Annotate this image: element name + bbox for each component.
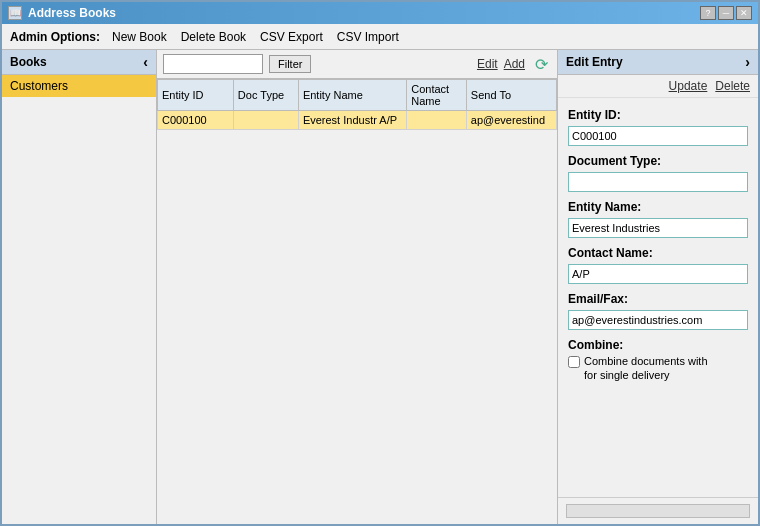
delete-link[interactable]: Delete bbox=[715, 79, 750, 93]
menu-new-book[interactable]: New Book bbox=[106, 28, 173, 46]
entity-name-label: Entity Name: bbox=[568, 200, 748, 214]
menu-csv-export[interactable]: CSV Export bbox=[254, 28, 329, 46]
sidebar-header: Books ‹ bbox=[2, 50, 156, 75]
table-row[interactable]: C000100 Everest Industr A/P ap@everestin… bbox=[158, 111, 557, 130]
email-fax-label: Email/Fax: bbox=[568, 292, 748, 306]
cell-contact-name bbox=[407, 111, 467, 130]
edit-panel: Edit Entry › Update Delete Entity ID: Do… bbox=[558, 50, 758, 524]
minimize-button[interactable]: ─ bbox=[718, 6, 734, 20]
main-content: Books ‹ Customers Filter Edit Add ⟳ bbox=[2, 50, 758, 524]
contact-name-label: Contact Name: bbox=[568, 246, 748, 260]
col-send-to: Send To bbox=[466, 80, 556, 111]
edit-footer bbox=[558, 497, 758, 524]
cell-entity-name: Everest Industr A/P bbox=[298, 111, 406, 130]
window-title: Address Books bbox=[28, 6, 116, 20]
menu-bar: Admin Options: New Book Delete Book CSV … bbox=[2, 24, 758, 50]
title-bar: 📖 Address Books ? ─ ✕ bbox=[2, 2, 758, 24]
list-toolbar: Filter Edit Add ⟳ bbox=[157, 50, 557, 79]
col-entity-name: Entity Name bbox=[298, 80, 406, 111]
cell-entity-id: C000100 bbox=[158, 111, 234, 130]
combine-row: Combine documents withfor single deliver… bbox=[568, 354, 748, 383]
refresh-icon[interactable]: ⟳ bbox=[531, 54, 551, 74]
combine-section: Combine: Combine documents withfor singl… bbox=[568, 338, 748, 383]
edit-panel-title: Edit Entry bbox=[566, 55, 623, 69]
help-button[interactable]: ? bbox=[700, 6, 716, 20]
cell-doc-type bbox=[233, 111, 298, 130]
filter-button[interactable]: Filter bbox=[269, 55, 311, 73]
sidebar-title: Books bbox=[10, 55, 47, 69]
contact-name-input[interactable] bbox=[568, 264, 748, 284]
edit-header: Edit Entry › bbox=[558, 50, 758, 75]
add-link[interactable]: Add bbox=[504, 57, 525, 71]
main-window: 📖 Address Books ? ─ ✕ Admin Options: New… bbox=[0, 0, 760, 526]
col-doc-type: Doc Type bbox=[233, 80, 298, 111]
col-entity-id: Entity ID bbox=[158, 80, 234, 111]
sidebar-collapse-button[interactable]: ‹ bbox=[143, 54, 148, 70]
edit-actions: Update Delete bbox=[558, 75, 758, 98]
edit-body: Entity ID: Document Type: Entity Name: C… bbox=[558, 98, 758, 497]
combine-label: Combine: bbox=[568, 338, 623, 352]
menu-delete-book[interactable]: Delete Book bbox=[175, 28, 252, 46]
sidebar: Books ‹ Customers bbox=[2, 50, 157, 524]
menu-label: Admin Options: bbox=[10, 30, 100, 44]
email-fax-input[interactable] bbox=[568, 310, 748, 330]
doc-type-input[interactable] bbox=[568, 172, 748, 192]
cell-send-to: ap@everestind bbox=[466, 111, 556, 130]
list-toolbar-right: Edit Add ⟳ bbox=[477, 54, 551, 74]
combine-text: Combine documents withfor single deliver… bbox=[584, 354, 708, 383]
window-icon: 📖 bbox=[8, 6, 22, 20]
entity-name-input[interactable] bbox=[568, 218, 748, 238]
entity-id-input[interactable] bbox=[568, 126, 748, 146]
edit-link[interactable]: Edit bbox=[477, 57, 498, 71]
close-button[interactable]: ✕ bbox=[736, 6, 752, 20]
col-contact-name: Contact Name bbox=[407, 80, 467, 111]
entity-table: Entity ID Doc Type Entity Name Contact N… bbox=[157, 79, 557, 130]
list-scroll-area: Entity ID Doc Type Entity Name Contact N… bbox=[157, 79, 557, 524]
doc-type-label: Document Type: bbox=[568, 154, 748, 168]
list-area: Filter Edit Add ⟳ Entity ID Doc Type Ent… bbox=[157, 50, 558, 524]
edit-panel-expand-button[interactable]: › bbox=[745, 54, 750, 70]
title-buttons: ? ─ ✕ bbox=[700, 6, 752, 20]
update-link[interactable]: Update bbox=[669, 79, 708, 93]
sidebar-item-customers[interactable]: Customers bbox=[2, 75, 156, 97]
menu-csv-import[interactable]: CSV Import bbox=[331, 28, 405, 46]
combine-checkbox[interactable] bbox=[568, 356, 580, 368]
scrollbar[interactable] bbox=[566, 504, 750, 518]
filter-input[interactable] bbox=[163, 54, 263, 74]
title-bar-left: 📖 Address Books bbox=[8, 6, 116, 20]
entity-id-label: Entity ID: bbox=[568, 108, 748, 122]
